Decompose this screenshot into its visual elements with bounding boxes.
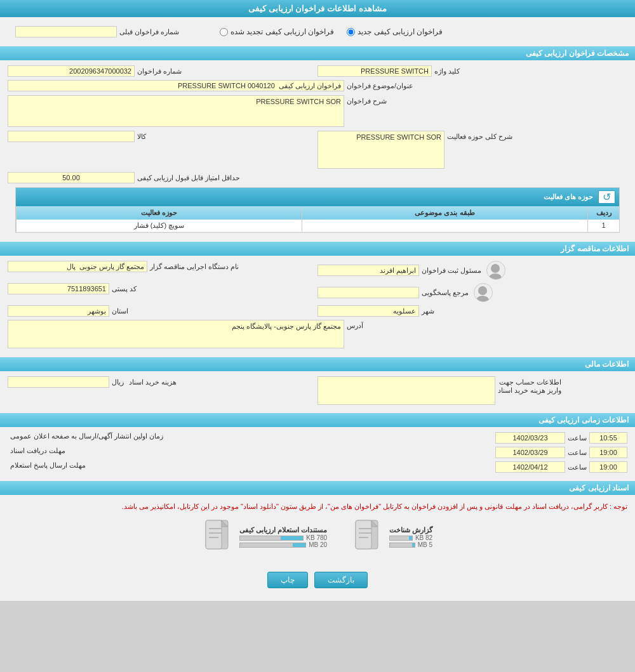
deadline-doc-date-input[interactable]: [495, 447, 565, 458]
goods-activity-row: شرح کلی حوزه فعالیت PRESSURE SWITCH SOR …: [8, 131, 627, 169]
deadline-doc-suffix: ساعت: [568, 449, 587, 457]
doc-file-1-fill1: [409, 536, 412, 540]
deadline-doc-left: ساعت: [318, 447, 627, 458]
response-deadline-date-input[interactable]: [495, 461, 565, 473]
section3-header: اطلاعات مالی: [0, 357, 635, 371]
table-add-button[interactable]: ↺: [598, 190, 615, 204]
doc-file-1-progress1: 82 KB: [389, 534, 432, 541]
table-cell-activity: سویچ (کلید) فشار: [16, 220, 302, 232]
announce-time-col-left: ساعت: [318, 432, 627, 444]
top-radio-section: فراخوان ارزیابی کیفی جدید فراخوان ارزیاب…: [0, 17, 635, 46]
doc-file-2-icon: [203, 519, 234, 556]
announce-time-col-right: زمان اولین انتشار آگهی/ارسال به صفحه اعل…: [8, 432, 318, 440]
section4-content: ساعت زمان اولین انتشار آگهی/ارسال به صفح…: [0, 427, 635, 481]
call-keyword-row: کلید واژه شماره فراخوان: [8, 65, 627, 77]
col-header-activity: حوزه فعالیت: [16, 206, 302, 220]
response-ref-label: مرجع پاسخگویی: [422, 289, 469, 297]
doc-price-input[interactable]: [8, 376, 109, 388]
back-button[interactable]: بازگشت: [314, 572, 368, 588]
svg-point-3: [476, 296, 489, 302]
doc-file-2-progress1: 780 KB: [239, 534, 327, 541]
response-deadline-suffix: ساعت: [568, 463, 587, 471]
svg-point-1: [489, 273, 502, 280]
postal-code-label: کد پستی: [112, 285, 137, 293]
city-label: شهر: [422, 307, 434, 315]
radio-new-call-input[interactable]: [347, 28, 355, 36]
org-name-input[interactable]: [8, 261, 147, 272]
call-number-col: شماره فراخوان: [8, 65, 318, 77]
col-header-category: طبقه بندی موضوعی: [302, 206, 587, 220]
deadline-doc-right: مهلت دریافت اسناد: [8, 447, 318, 455]
radio-renewed-call[interactable]: فراخوان ارزیابی کیفی تجدید شده: [220, 26, 334, 37]
call-number-input[interactable]: [8, 65, 135, 77]
announce-time-suffix: ساعت: [568, 434, 587, 442]
doc-file-1-name: گزارش شناخت: [389, 526, 432, 534]
account-info-textarea[interactable]: [318, 376, 495, 405]
description-textarea[interactable]: PRESSURE SWITCH SOR: [8, 95, 344, 127]
page-wrapper: مشاهده اطلاعات فراخوان ارزیابی کیفی فراخ…: [0, 0, 635, 601]
doc-file-1-bar2: [389, 543, 415, 548]
doc-notice-text: توجه : کاربر گرامی، دریافت اسناد در مهلت…: [8, 501, 627, 513]
section3-content: اطلاعات حساب جهت واریز هزینه خرید اسناد …: [0, 371, 635, 413]
doc-file-2: مستندات استعلام ارزیابی کیفی 780 KB 20 M…: [203, 519, 327, 556]
title-row: عنوان/موضوع فراخوان: [8, 80, 627, 91]
doc-file-1-fill2: [412, 543, 415, 547]
postal-response-row: مرجع پاسخگویی کد پستی: [8, 283, 627, 302]
activity-table-col-headers: ردیف طبقه بندی موضوعی حوزه فعالیت: [16, 206, 619, 220]
section4-header: اطلاعات زمانی ارزیابی کیفی: [0, 413, 635, 427]
doc-file-2-name: مستندات استعلام ارزیابی کیفی: [239, 526, 327, 534]
activity-table: ↺ حوزه های فعالیت ردیف طبقه بندی موضوعی …: [15, 187, 620, 233]
org-name-label: نام دستگاه اجرایی مناقصه گزار: [150, 263, 239, 271]
announce-time-row: ساعت زمان اولین انتشار آگهی/ارسال به صفح…: [8, 432, 627, 444]
reg-official-input[interactable]: [318, 265, 419, 276]
avatar-reg: [486, 261, 505, 280]
doc-file-2-size1: 780 KB: [306, 534, 327, 541]
col-header-num: ردیف: [587, 206, 619, 220]
response-deadline-right: مهلت ارسال پاسخ استعلام: [8, 461, 318, 470]
deadline-doc-time-input[interactable]: [589, 447, 627, 458]
activity-desc-col: شرح کلی حوزه فعالیت PRESSURE SWITCH SOR: [318, 131, 627, 169]
deadline-doc-row: ساعت مهلت دریافت اسناد: [8, 447, 627, 458]
section5-title: اسناد ارزیابی کیفی: [569, 484, 629, 492]
city-input[interactable]: [318, 305, 419, 317]
print-button[interactable]: چاپ: [267, 572, 308, 588]
account-info-label: اطلاعات حساب جهت واریز هزینه خرید اسناد: [498, 378, 561, 395]
activity-desc-textarea[interactable]: PRESSURE SWITCH SOR: [318, 131, 444, 169]
activity-desc-label: شرح کلی حوزه فعالیت: [447, 133, 512, 141]
section4-title: اطلاعات زمانی ارزیابی کیفی: [538, 416, 629, 425]
call-number-label: شماره فراخوان: [137, 67, 182, 76]
keyword-label: کلید واژه: [434, 67, 460, 76]
response-deadline-time-input[interactable]: [589, 461, 627, 473]
response-ref-input[interactable]: [318, 287, 419, 298]
announce-date-input[interactable]: [495, 432, 565, 444]
doc-price-unit: ریال: [112, 378, 124, 386]
keyword-input[interactable]: [318, 65, 432, 77]
province-city-row: شهر استان: [8, 305, 627, 317]
avatar-reg-icon: [486, 261, 505, 280]
province-input[interactable]: [8, 305, 109, 317]
section2-content: مسئول ثبت فراخوان نام دستگاه اجرایی مناق…: [0, 256, 635, 357]
doc-file-2-fill1: [281, 536, 303, 540]
response-ref-col: مرجع پاسخگویی: [318, 283, 627, 302]
avatar-response-icon: [474, 284, 492, 302]
doc-file-2-fill2: [293, 543, 306, 547]
title-label: عنوان/موضوع فراخوان: [347, 82, 413, 90]
announce-time-input[interactable]: [589, 432, 627, 444]
activity-table-header: ↺ حوزه های فعالیت: [16, 188, 619, 206]
min-score-label: حداقل امتیاز قابل قبول ارزیابی کیفی: [137, 174, 240, 182]
prev-call-input[interactable]: [15, 26, 117, 37]
radio-new-call[interactable]: فراخوان ارزیابی کیفی جدید: [347, 26, 443, 37]
address-textarea[interactable]: مجتمع گاز پارس جنوبی- پالایشگاه پنجم: [8, 320, 344, 348]
goods-input[interactable]: [8, 131, 135, 142]
table-row: 1 سویچ (کلید) فشار: [16, 220, 619, 232]
doc-file-1-progress2: 5 MB: [389, 541, 432, 548]
doc-file-1-size1: 82 KB: [415, 534, 432, 541]
radio-renewed-call-input[interactable]: [220, 28, 228, 36]
section1-header: مشخصات فراخوان ارزیابی کیفی: [0, 46, 635, 60]
section2-header: اطلاعات مناقصه گزار: [0, 242, 635, 256]
postal-col: کد پستی: [8, 283, 318, 294]
main-title-text: مشاهده اطلاعات فراخوان ارزیابی کیفی: [248, 4, 386, 13]
postal-code-input[interactable]: [8, 283, 109, 294]
min-score-input[interactable]: [8, 172, 135, 183]
title-input[interactable]: [8, 80, 344, 91]
